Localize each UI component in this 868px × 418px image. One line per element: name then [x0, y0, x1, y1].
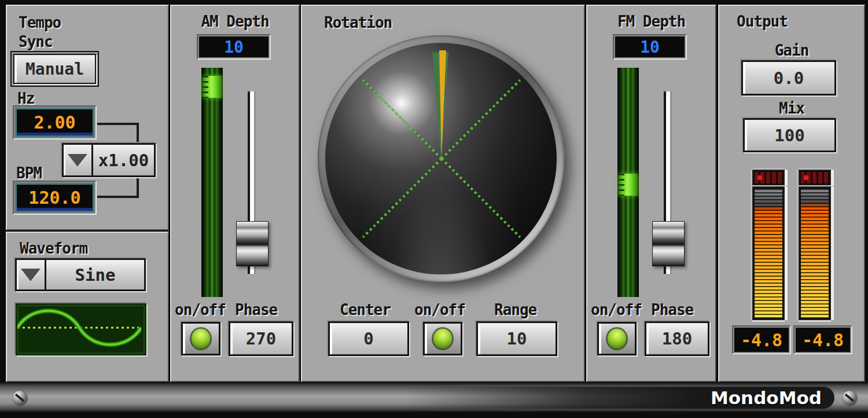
fm-depth-display[interactable]: 10: [615, 36, 685, 57]
left-meter-readout-frame: -4.8: [732, 325, 791, 354]
waveform-value[interactable]: Sine: [46, 260, 144, 289]
bpm-display-frame: 120.0: [13, 181, 97, 215]
dropdown-arrow-icon: [21, 269, 41, 281]
left-meter-value: -4.8: [741, 330, 782, 350]
rotation-range-label: Range: [494, 301, 536, 318]
tempo-label-line2: Sync: [19, 33, 53, 50]
screw-slot: [15, 394, 24, 402]
led-icon: [433, 329, 452, 349]
am-depth-display-frame: 10: [197, 34, 271, 60]
led-icon: [192, 329, 210, 349]
am-depth-meter-thumb[interactable]: [203, 76, 222, 98]
left-meter-readout: -4.8: [734, 328, 789, 352]
am-phase-slider-handle[interactable]: [236, 221, 269, 266]
am-phase-label: Phase: [235, 301, 277, 318]
peak-led-segments: [755, 172, 782, 184]
mondomod-plugin-window: Tempo Sync Manual Hz 2.00 x1.00 BPM 120.…: [0, 0, 868, 418]
tempo-label-line1: Tempo: [19, 14, 61, 31]
hz-label: Hz: [17, 90, 34, 107]
rotation-crosshair-ray: [362, 158, 443, 239]
rotation-panel: Rotation Center on/off Range 0 10: [301, 5, 585, 382]
am-depth-panel: AM Depth 10 on/off Phase 270: [170, 5, 300, 382]
title-strip: MondoMod: [405, 387, 834, 409]
right-meter-readout-frame: -4.8: [793, 325, 852, 354]
fm-depth-meter[interactable]: [617, 68, 639, 297]
screw-slot: [845, 394, 854, 402]
multiplier-arrow-button[interactable]: [64, 145, 93, 175]
am-depth-label: AM Depth: [171, 13, 299, 30]
tempo-mode-frame: Manual: [10, 51, 99, 87]
peak-led-segments: [801, 172, 829, 184]
bpm-value: 120.0: [28, 188, 80, 208]
screw-icon: [13, 391, 27, 405]
rotation-center-label: Center: [340, 301, 391, 318]
rotation-range-button[interactable]: 10: [476, 321, 557, 356]
right-meter-peak-indicator: [799, 170, 831, 186]
multiplier-value[interactable]: x1.00: [93, 145, 154, 175]
rotation-center-button[interactable]: 0: [328, 321, 409, 356]
fm-depth-value: 10: [640, 38, 660, 57]
mix-label: Mix: [719, 100, 864, 117]
screw-icon: [843, 391, 856, 405]
gain-label: Gain: [719, 42, 864, 59]
am-onoff-label: on/off: [175, 301, 226, 318]
fm-phase-button[interactable]: 180: [645, 321, 709, 356]
output-meter-left: [752, 186, 785, 320]
fm-depth-label: FM Depth: [587, 13, 715, 30]
hz-mult-link-line: [97, 123, 139, 142]
rotation-crosshair-ray: [441, 158, 521, 239]
waveform-display: [16, 303, 146, 355]
am-depth-display[interactable]: 10: [199, 36, 269, 57]
plugin-title: MondoMod: [711, 387, 822, 408]
fm-onoff-label: on/off: [591, 301, 642, 318]
output-panel: Output Gain 0.0 Mix 100 -4.8 -4.8: [718, 5, 865, 382]
gain-button[interactable]: 0.0: [741, 60, 836, 96]
output-meter-right: [799, 186, 831, 320]
rotation-crosshair-ray: [441, 79, 521, 160]
hz-display-frame: 2.00: [13, 105, 97, 140]
meter-fill: [755, 189, 782, 318]
output-label: Output: [737, 13, 788, 30]
fm-depth-meter-thumb[interactable]: [619, 174, 638, 196]
rotation-sphere[interactable]: [318, 35, 564, 282]
rotation-onoff-label: on/off: [414, 301, 465, 318]
tempo-mode-button[interactable]: Manual: [13, 54, 96, 84]
fm-onoff-button[interactable]: [597, 322, 637, 355]
tempo-sync-panel: Tempo Sync Manual Hz 2.00 x1.00 BPM 120.…: [6, 5, 169, 230]
mix-button[interactable]: 100: [743, 118, 836, 152]
am-depth-meter[interactable]: [201, 68, 223, 297]
tempo-multiplier-dropdown[interactable]: x1.00: [62, 143, 156, 177]
fm-depth-display-frame: 10: [613, 34, 687, 60]
dropdown-arrow-icon: [68, 154, 87, 167]
right-meter-value: -4.8: [802, 330, 844, 350]
fm-phase-slider-handle[interactable]: [652, 221, 685, 266]
waveform-arrow-button[interactable]: [17, 260, 46, 289]
rotation-label: Rotation: [324, 14, 392, 31]
bpm-value-display[interactable]: 120.0: [15, 183, 94, 212]
bottom-bar: MondoMod: [0, 383, 868, 412]
waveform-graph: [17, 305, 141, 350]
hz-value-display[interactable]: 2.00: [15, 108, 94, 137]
right-meter-readout: -4.8: [796, 328, 850, 352]
rotation-onoff-button[interactable]: [423, 322, 462, 355]
fm-depth-panel: FM Depth 10 on/off Phase 180: [586, 5, 716, 382]
bpm-mult-link-line: [97, 177, 139, 198]
waveform-label: Waveform: [20, 240, 87, 257]
rotation-sphere-face[interactable]: [325, 43, 557, 274]
am-depth-value: 10: [224, 38, 244, 57]
rotation-crosshair-ray: [362, 79, 443, 160]
meter-fill: [801, 189, 829, 318]
hz-value: 2.00: [34, 112, 75, 133]
led-icon: [608, 329, 626, 349]
bpm-label: BPM: [16, 164, 42, 182]
waveform-dropdown[interactable]: Sine: [15, 258, 146, 291]
fm-phase-label: Phase: [651, 301, 693, 318]
am-phase-button[interactable]: 270: [229, 321, 293, 356]
waveform-panel: Waveform Sine: [6, 232, 169, 382]
am-onoff-button[interactable]: [181, 322, 220, 355]
left-meter-peak-indicator: [752, 170, 785, 186]
